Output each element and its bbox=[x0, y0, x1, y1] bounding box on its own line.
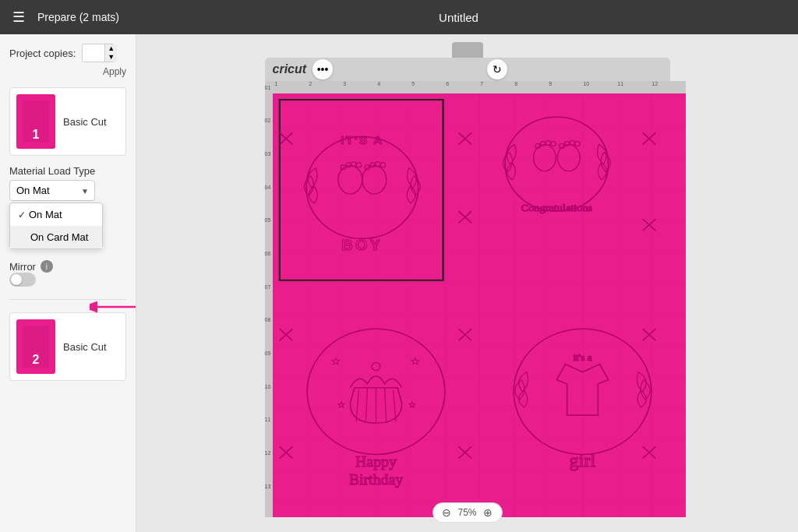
material-dropdown-menu: ✓ On Mat On Card Mat bbox=[9, 203, 103, 249]
mat-2-label: Basic Cut bbox=[63, 341, 107, 353]
ruler-mark-08: 08 bbox=[265, 317, 274, 351]
ruler-left: 01 02 03 04 05 06 07 08 09 10 11 12 13 bbox=[265, 81, 274, 517]
mirror-label: Mirror bbox=[9, 261, 36, 273]
mat-1-thumbnail: 1 bbox=[16, 94, 55, 149]
mat-2-thumbnail: 2 bbox=[16, 319, 55, 374]
material-load-section: Material Load Type On Mat On Card Mat ▼ … bbox=[9, 165, 126, 201]
check-icon: ✓ bbox=[18, 210, 26, 220]
mat-handle-wrap bbox=[265, 42, 670, 58]
project-copies-label: Project copies: bbox=[9, 48, 76, 59]
dropdown-on-mat[interactable]: ✓ On Mat bbox=[10, 203, 102, 226]
ruler-mark-01: 01 bbox=[265, 85, 274, 118]
svg-text:it's a: it's a bbox=[574, 352, 592, 362]
cricut-header: cricut ••• ↻ bbox=[265, 58, 670, 81]
document-title: Untitled bbox=[132, 11, 786, 24]
content-area: cricut ••• ↻ 01 02 03 04 05 06 bbox=[136, 34, 798, 532]
ruler-mark-06: 06 bbox=[265, 251, 274, 284]
mat-2-number: 2 bbox=[33, 353, 40, 367]
ruler-top: 1 2 3 4 5 6 7 8 9 10 11 12 bbox=[273, 81, 686, 93]
mirror-section: Mirror i bbox=[9, 257, 126, 287]
svg-rect-2 bbox=[273, 93, 686, 517]
ruler-top-10: 10 bbox=[583, 81, 617, 93]
mirror-toggle[interactable] bbox=[9, 273, 36, 287]
zoom-level-label: 75% bbox=[457, 507, 476, 518]
sidebar: Project copies: 1 ▲ ▼ Apply 1 Basic Cu bbox=[0, 34, 136, 532]
svg-text:girl: girl bbox=[570, 450, 596, 470]
cricut-logo: cricut bbox=[273, 62, 307, 76]
ruler-mark-05: 05 bbox=[265, 217, 274, 251]
ruler-top-7: 7 bbox=[480, 81, 514, 93]
menu-icon[interactable]: ☰ bbox=[12, 9, 25, 26]
dropdown-on-card-mat[interactable]: On Card Mat bbox=[10, 226, 102, 248]
mat-handle bbox=[452, 42, 483, 58]
ruler-mark-03: 03 bbox=[265, 151, 274, 185]
mat-1-item[interactable]: 1 Basic Cut bbox=[9, 87, 126, 156]
apply-button[interactable]: Apply bbox=[9, 66, 126, 77]
svg-text:Happy: Happy bbox=[355, 453, 397, 469]
ruler-top-9: 9 bbox=[549, 81, 583, 93]
material-select-wrap: On Mat On Card Mat ▼ ✓ On Mat On Card Ma… bbox=[9, 180, 95, 201]
mat-1-label: Basic Cut bbox=[63, 116, 107, 128]
ruler-top-6: 6 bbox=[446, 81, 480, 93]
mat-outer: 01 02 03 04 05 06 07 08 09 10 11 12 13 bbox=[265, 81, 670, 517]
svg-text:Birthday: Birthday bbox=[349, 471, 404, 487]
ruler-mark-12: 12 bbox=[265, 450, 274, 484]
project-title: Prepare (2 mats) bbox=[37, 11, 119, 23]
ruler-top-3: 3 bbox=[343, 81, 377, 93]
zoom-out-button[interactable]: ⊖ bbox=[442, 506, 451, 519]
ruler-top-12: 12 bbox=[651, 81, 686, 93]
mat-2-item[interactable]: 2 Basic Cut bbox=[9, 312, 126, 381]
svg-text:★: ★ bbox=[409, 400, 417, 408]
rotate-button[interactable]: ↻ bbox=[487, 59, 507, 79]
copies-up-button[interactable]: ▲ bbox=[105, 44, 117, 53]
svg-text:IT'S A: IT'S A bbox=[341, 135, 384, 146]
app-header: ☰ Prepare (2 mats) Untitled bbox=[0, 0, 798, 34]
ruler-mark-10: 10 bbox=[265, 384, 274, 417]
ruler-mark-07: 07 bbox=[265, 284, 274, 318]
project-copies-section: Project copies: 1 ▲ ▼ Apply bbox=[9, 44, 126, 78]
mat-content-wrap: 1 2 3 4 5 6 7 8 9 10 11 12 bbox=[273, 81, 686, 517]
cricut-mat-container: cricut ••• ↻ 01 02 03 04 05 06 bbox=[265, 42, 670, 525]
zoom-in-button[interactable]: ⊕ bbox=[483, 506, 493, 519]
sidebar-separator bbox=[9, 299, 126, 300]
svg-text:★: ★ bbox=[331, 356, 341, 366]
ruler-mark-09: 09 bbox=[265, 351, 274, 384]
cutting-mat[interactable]: IT'S A BOY bbox=[273, 93, 686, 517]
grid-svg: IT'S A BOY bbox=[273, 93, 686, 517]
svg-text:★: ★ bbox=[337, 400, 345, 408]
ruler-top-5: 5 bbox=[411, 81, 446, 93]
ruler-mark-13: 13 bbox=[265, 484, 274, 517]
toggle-knob bbox=[11, 274, 22, 285]
material-load-label: Material Load Type bbox=[9, 165, 126, 177]
ruler-top-8: 8 bbox=[514, 81, 549, 93]
ruler-mark-04: 04 bbox=[265, 185, 274, 218]
svg-text:★: ★ bbox=[411, 356, 421, 366]
copies-input[interactable]: 1 bbox=[83, 45, 104, 62]
svg-text:Congratulations: Congratulations bbox=[521, 202, 593, 213]
more-options-button[interactable]: ••• bbox=[312, 59, 333, 79]
ruler-mark-11: 11 bbox=[265, 417, 274, 450]
ruler-top-1: 1 bbox=[274, 81, 309, 93]
info-icon[interactable]: i bbox=[41, 260, 53, 273]
ruler-top-2: 2 bbox=[309, 81, 343, 93]
main-layout: Project copies: 1 ▲ ▼ Apply 1 Basic Cu bbox=[0, 34, 798, 532]
svg-text:BOY: BOY bbox=[342, 238, 383, 253]
ruler-top-11: 11 bbox=[617, 81, 651, 93]
mat-1-number: 1 bbox=[33, 128, 40, 142]
zoom-controls: ⊖ 75% ⊕ bbox=[432, 502, 502, 523]
ruler-mark-02: 02 bbox=[265, 118, 274, 151]
material-load-select[interactable]: On Mat On Card Mat bbox=[9, 180, 95, 201]
ruler-top-4: 4 bbox=[377, 81, 411, 93]
copies-down-button[interactable]: ▼ bbox=[105, 53, 117, 62]
